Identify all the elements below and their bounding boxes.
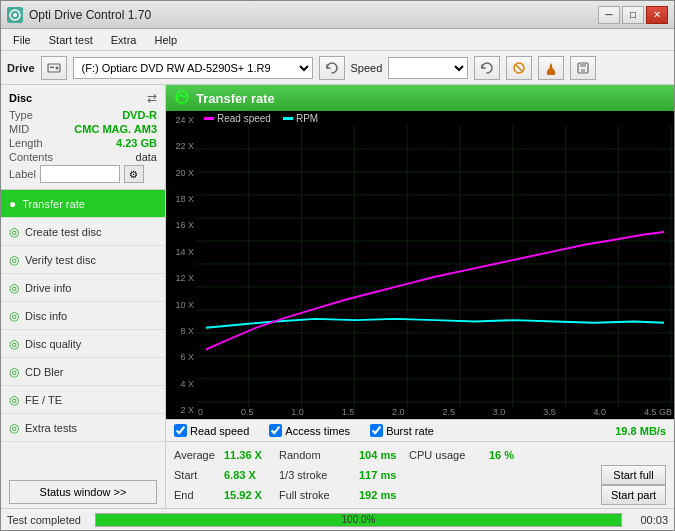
status-window-btn[interactable]: Status window >> — [9, 480, 157, 504]
nav-transfer-rate[interactable]: ● Transfer rate — [1, 190, 165, 218]
stat-1stroke-label: 1/3 stroke — [279, 469, 359, 481]
cb-access-times-input[interactable] — [269, 424, 282, 437]
stat-fullstroke-label: Full stroke — [279, 489, 359, 501]
svg-line-6 — [516, 65, 522, 71]
stat-average-val: 11.36 X — [224, 449, 279, 461]
x-label-05: 0.5 — [241, 407, 254, 417]
disc-info-icon: ◎ — [9, 309, 19, 323]
stats-row-1: Average 11.36 X Random 104 ms CPU usage … — [174, 445, 666, 465]
y-axis: 24 X 22 X 20 X 18 X 16 X 14 X 12 X 10 X … — [166, 111, 196, 419]
minimize-button[interactable]: ─ — [598, 6, 620, 24]
y-label-6: 6 X — [168, 352, 194, 362]
chart-header-icon — [174, 89, 190, 108]
start-part-btn[interactable]: Start part — [601, 485, 666, 505]
disc-type-label: Type — [9, 109, 33, 121]
speed-select[interactable] — [388, 57, 468, 79]
menu-file[interactable]: File — [5, 32, 39, 48]
bottom-bar: Test completed 100.0% 00:03 — [1, 508, 674, 530]
disc-panel-title: Disc — [9, 92, 32, 104]
cb-burst-rate: Burst rate — [370, 424, 434, 437]
y-label-20: 20 X — [168, 168, 194, 178]
legend-read-speed-dot — [204, 117, 214, 120]
stat-average-label: Average — [174, 449, 224, 461]
burst-rate-display: 19.8 MB/s — [615, 425, 666, 437]
speed-label: Speed — [351, 62, 383, 74]
svg-rect-9 — [581, 69, 585, 72]
nav-cd-bler[interactable]: ◎ CD Bler — [1, 358, 165, 386]
stat-end-val: 15.92 X — [224, 489, 279, 501]
x-label-10: 1.0 — [291, 407, 304, 417]
cb-read-speed: Read speed — [174, 424, 249, 437]
svg-rect-4 — [50, 66, 54, 68]
nav-transfer-rate-label: Transfer rate — [22, 198, 85, 210]
x-label-15: 1.5 — [342, 407, 355, 417]
progress-bar: 100.0% — [95, 513, 622, 527]
stats-area: Average 11.36 X Random 104 ms CPU usage … — [166, 441, 674, 508]
progress-text: 100.0% — [96, 514, 621, 526]
disc-label-input[interactable] — [40, 165, 120, 183]
verify-test-disc-icon: ◎ — [9, 253, 19, 267]
x-label-35: 3.5 — [543, 407, 556, 417]
chart-container: 24 X 22 X 20 X 18 X 16 X 14 X 12 X 10 X … — [166, 111, 674, 419]
disc-arrow-icon[interactable]: ⇄ — [147, 91, 157, 105]
disc-quality-icon: ◎ — [9, 337, 19, 351]
stat-random-val: 104 ms — [359, 449, 409, 461]
y-label-22: 22 X — [168, 141, 194, 151]
erase-btn[interactable] — [506, 56, 532, 80]
stats-row-3: End 15.92 X Full stroke 192 ms Start par… — [174, 485, 666, 505]
nav-verify-test-disc[interactable]: ◎ Verify test disc — [1, 246, 165, 274]
drive-refresh-btn[interactable] — [319, 56, 345, 80]
menu-bar: File Start test Extra Help — [1, 29, 674, 51]
nav-disc-quality[interactable]: ◎ Disc quality — [1, 330, 165, 358]
stat-cpu-label: CPU usage — [409, 449, 489, 461]
speed-refresh-btn[interactable] — [474, 56, 500, 80]
nav-extra-tests[interactable]: ◎ Extra tests — [1, 414, 165, 442]
maximize-button[interactable]: □ — [622, 6, 644, 24]
menu-start-test[interactable]: Start test — [41, 32, 101, 48]
start-full-btn[interactable]: Start full — [601, 465, 666, 485]
disc-type-row: Type DVD-R — [9, 109, 157, 121]
drive-icon-btn[interactable] — [41, 56, 67, 80]
cb-burst-rate-label: Burst rate — [386, 425, 434, 437]
chart-svg-wrapper: Read speed RPM — [196, 111, 674, 419]
nav-disc-info[interactable]: ◎ Disc info — [1, 302, 165, 330]
cb-read-speed-label: Read speed — [190, 425, 249, 437]
window-controls: ─ □ ✕ — [598, 6, 668, 24]
disc-type-value: DVD-R — [122, 109, 157, 121]
cb-burst-rate-input[interactable] — [370, 424, 383, 437]
create-test-disc-icon: ◎ — [9, 225, 19, 239]
svg-point-3 — [55, 66, 58, 69]
drive-info-icon: ◎ — [9, 281, 19, 295]
menu-help[interactable]: Help — [146, 32, 185, 48]
chart-legend: Read speed RPM — [196, 111, 674, 126]
nav-drive-info-label: Drive info — [25, 282, 71, 294]
title-bar: Opti Drive Control 1.70 ─ □ ✕ — [1, 1, 674, 29]
disc-length-label: Length — [9, 137, 43, 149]
close-button[interactable]: ✕ — [646, 6, 668, 24]
stat-start-label: Start — [174, 469, 224, 481]
nav-create-test-disc[interactable]: ◎ Create test disc — [1, 218, 165, 246]
drive-label: Drive — [7, 62, 35, 74]
save-btn[interactable] — [570, 56, 596, 80]
nav-extra-tests-label: Extra tests — [25, 422, 77, 434]
cb-read-speed-input[interactable] — [174, 424, 187, 437]
stat-random-label: Random — [279, 449, 359, 461]
y-label-24: 24 X — [168, 115, 194, 125]
legend-read-speed-label: Read speed — [217, 113, 271, 124]
disc-mid-row: MID CMC MAG. AM3 — [9, 123, 157, 135]
y-label-8: 8 X — [168, 326, 194, 336]
disc-length-value: 4.23 GB — [116, 137, 157, 149]
y-label-12: 12 X — [168, 273, 194, 283]
burn-btn[interactable] — [538, 56, 564, 80]
drive-select[interactable]: (F:) Optiarc DVD RW AD-5290S+ 1.R9 — [73, 57, 313, 79]
disc-label-btn[interactable]: ⚙ — [124, 165, 144, 183]
menu-extra[interactable]: Extra — [103, 32, 145, 48]
disc-panel: Disc ⇄ Type DVD-R MID CMC MAG. AM3 Lengt… — [1, 85, 165, 190]
nav-drive-info[interactable]: ◎ Drive info — [1, 274, 165, 302]
legend-read-speed: Read speed — [204, 113, 271, 124]
chart-title: Transfer rate — [196, 91, 275, 106]
nav-fe-te-label: FE / TE — [25, 394, 62, 406]
stat-start-val: 6.83 X — [224, 469, 279, 481]
nav-fe-te[interactable]: ◎ FE / TE — [1, 386, 165, 414]
stat-end-label: End — [174, 489, 224, 501]
